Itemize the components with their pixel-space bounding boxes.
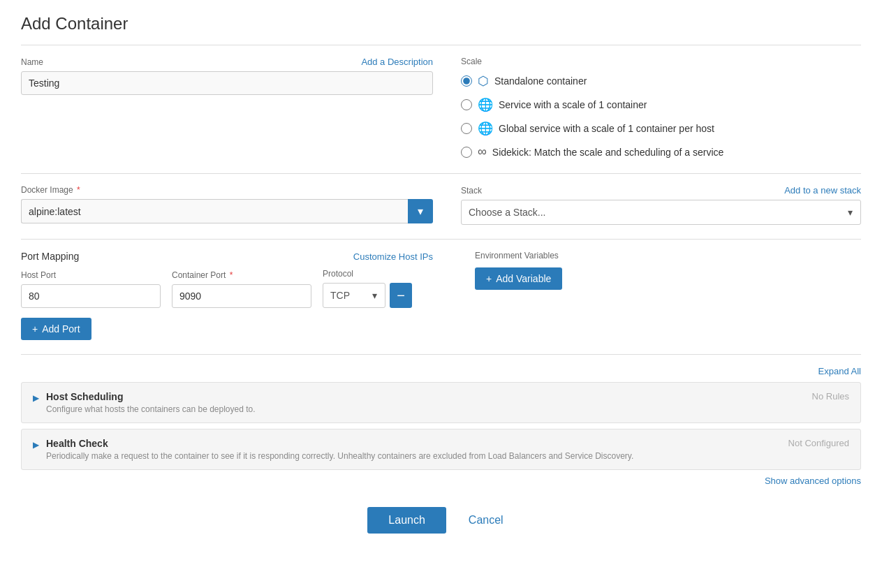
add-variable-button[interactable]: + Add Variable — [475, 267, 562, 290]
health-check-title: Health Check — [46, 438, 633, 449]
host-port-col: Host Port — [21, 270, 161, 308]
docker-image-row: ▾ — [21, 199, 433, 223]
add-port-label: Add Port — [42, 323, 80, 335]
env-variables-label: Environment Variables — [475, 251, 861, 260]
docker-image-dropdown-button[interactable]: ▾ — [408, 199, 433, 223]
host-scheduling-content: Host Scheduling Configure what hosts the… — [46, 391, 256, 414]
health-check-triangle-icon: ▶ — [33, 440, 39, 450]
sidekick-label: Sidekick: Match the scale and scheduling… — [492, 147, 724, 158]
customize-host-ips-link[interactable]: Customize Host IPs — [353, 251, 433, 262]
scale-option-sidekick[interactable]: ∞ Sidekick: Match the scale and scheduli… — [461, 145, 861, 159]
container-port-label: Container Port * — [172, 270, 311, 280]
footer-actions: Launch Cancel — [21, 507, 861, 534]
docker-required-asterisk: * — [75, 185, 80, 195]
docker-image-input[interactable] — [21, 199, 408, 223]
expand-all-link[interactable]: Expand All — [21, 366, 861, 376]
plus-icon-env: + — [486, 273, 492, 284]
host-port-label: Host Port — [21, 270, 161, 280]
service-label: Service with a scale of 1 container — [499, 99, 647, 110]
name-input[interactable] — [21, 71, 433, 95]
health-check-status: Not Configured — [788, 438, 849, 448]
scale-option-global[interactable]: 🌐 Global service with a scale of 1 conta… — [461, 121, 861, 136]
scale-option-service[interactable]: 🌐 Service with a scale of 1 container — [461, 97, 861, 112]
cancel-button[interactable]: Cancel — [457, 507, 515, 534]
port-mapping-label: Port Mapping — [21, 251, 79, 262]
service-icon: 🌐 — [478, 97, 493, 112]
show-advanced-options-link[interactable]: Show advanced options — [21, 476, 861, 486]
add-variable-label: Add Variable — [496, 273, 551, 284]
name-label: Name — [21, 57, 43, 67]
container-port-input[interactable] — [172, 284, 311, 308]
page-title: Add Container — [21, 14, 861, 34]
add-port-button[interactable]: + Add Port — [21, 318, 91, 340]
health-check-section[interactable]: ▶ Health Check Periodically make a reque… — [21, 429, 861, 470]
port-mapping-fields: Host Port Container Port * Protocol TCP … — [21, 269, 433, 308]
health-check-desc: Periodically make a request to the conta… — [46, 451, 633, 461]
plus-icon: + — [32, 323, 38, 335]
remove-port-button[interactable]: − — [390, 283, 412, 308]
host-scheduling-desc: Configure what hosts the containers can … — [46, 404, 256, 414]
standalone-icon: ⬡ — [478, 73, 489, 89]
add-description-link[interactable]: Add a Description — [361, 57, 433, 67]
standalone-label: Standalone container — [494, 75, 587, 87]
host-scheduling-section[interactable]: ▶ Host Scheduling Configure what hosts t… — [21, 382, 861, 423]
scale-option-standalone[interactable]: ⬡ Standalone container — [461, 73, 861, 89]
host-scheduling-status: No Rules — [812, 391, 849, 402]
docker-image-label: Docker Image * — [21, 185, 433, 195]
protocol-label: Protocol — [323, 269, 412, 279]
container-port-col: Container Port * — [172, 270, 311, 308]
launch-button[interactable]: Launch — [367, 507, 446, 534]
add-to-new-stack-link[interactable]: Add to a new stack — [784, 185, 861, 196]
scale-radio-group: ⬡ Standalone container 🌐 Service with a … — [461, 73, 861, 159]
global-label: Global service with a scale of 1 contain… — [499, 123, 714, 134]
host-scheduling-triangle-icon: ▶ — [33, 393, 39, 403]
health-check-content: Health Check Periodically make a request… — [46, 438, 633, 461]
stack-label: Stack — [461, 186, 482, 196]
host-scheduling-title: Host Scheduling — [46, 391, 256, 402]
protocol-select[interactable]: TCP UDP — [323, 283, 385, 308]
global-icon: 🌐 — [478, 121, 493, 136]
stack-select[interactable]: Choose a Stack... — [461, 200, 861, 225]
sidekick-icon: ∞ — [478, 145, 487, 159]
host-port-input[interactable] — [21, 284, 161, 308]
minus-icon: − — [397, 288, 405, 304]
scale-label: Scale — [461, 57, 861, 66]
stack-select-wrapper: Choose a Stack... — [461, 200, 861, 225]
chevron-down-icon: ▾ — [418, 205, 423, 217]
protocol-col: Protocol TCP UDP − — [323, 269, 412, 308]
